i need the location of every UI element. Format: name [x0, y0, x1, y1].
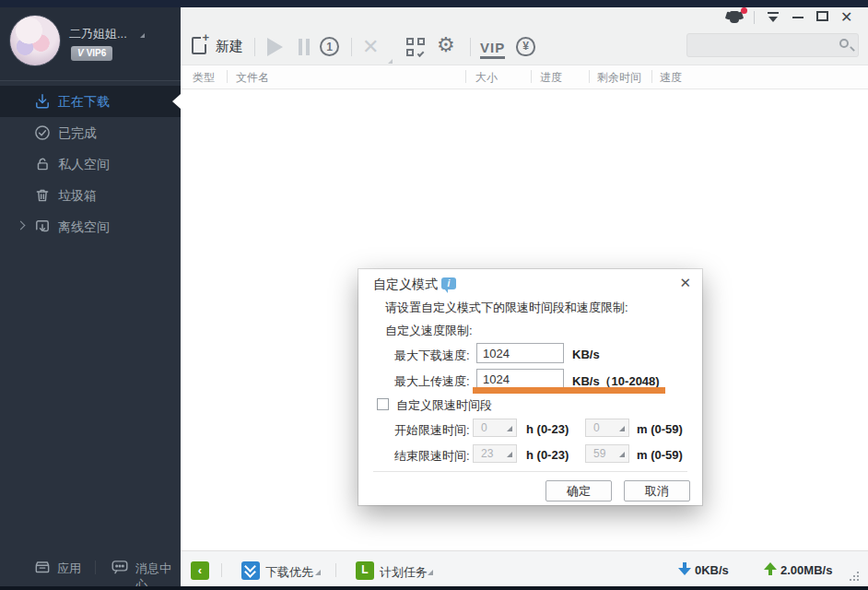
window-top-edge — [0, 0, 868, 7]
minute-range-label: m (0-59) — [637, 422, 683, 436]
sidebar-item-private-space[interactable]: 私人空间 — [0, 148, 181, 180]
skin-theme-icon[interactable] — [726, 11, 743, 24]
scheduled-task-icon[interactable]: L — [356, 561, 374, 580]
sidebar-item-downloading[interactable]: 正在下载 — [0, 86, 181, 117]
start-minute-select[interactable]: 0 — [585, 419, 629, 437]
sidebar-item-completed[interactable]: 已完成 — [0, 117, 181, 148]
delete-dropdown-icon[interactable] — [388, 59, 393, 64]
minimize-to-tray-icon[interactable] — [767, 11, 780, 24]
max-upload-input[interactable] — [476, 369, 564, 389]
sidebar-item-label: 离线空间 — [58, 211, 110, 242]
qr-code-icon[interactable] — [406, 38, 425, 56]
expand-chevron-icon[interactable] — [17, 221, 26, 230]
sidebar-item-trash[interactable]: 垃圾箱 — [0, 180, 181, 211]
message-center-icon — [111, 559, 129, 575]
divider — [373, 471, 687, 472]
sidebar-item-label: 垃圾箱 — [58, 180, 97, 211]
dropdown-icon[interactable] — [315, 570, 321, 575]
dialog-title: 自定义模式 — [373, 277, 438, 293]
column-progress[interactable]: 进度 — [540, 70, 562, 86]
end-hour-select[interactable]: 23 — [473, 444, 517, 463]
column-size[interactable]: 大小 — [475, 70, 498, 86]
divider[interactable] — [227, 70, 228, 83]
cloud-download-icon — [34, 218, 51, 235]
info-icon[interactable]: i — [441, 277, 456, 289]
search-input[interactable] — [693, 36, 836, 54]
column-filename[interactable]: 文件名 — [236, 70, 269, 86]
download-priority-label[interactable]: 下载优先 — [265, 564, 313, 581]
new-task-label: 新建 — [216, 38, 243, 55]
maximize-button[interactable] — [816, 11, 828, 21]
minimize-button[interactable] — [792, 17, 803, 18]
window-bottom-edge — [0, 586, 868, 590]
delete-icon[interactable]: ✕ — [362, 35, 379, 59]
sidebar-item-label: 正在下载 — [58, 86, 110, 117]
vip-level: VIP6 — [87, 48, 107, 58]
cancel-button[interactable]: 取消 — [624, 480, 690, 502]
divider — [221, 563, 222, 577]
custom-time-checkbox[interactable] — [377, 398, 389, 410]
scheduled-task-label[interactable]: 计划任务 — [380, 564, 428, 581]
check-circle-icon — [34, 124, 51, 141]
end-minute-select[interactable]: 59 — [585, 444, 629, 463]
apps-label[interactable]: 应用 — [57, 560, 81, 577]
statusbar: ‹ 下载优先 L 计划任务 0KB/s 2.00MB/s — [181, 550, 868, 586]
divider[interactable] — [651, 70, 652, 83]
column-remaining[interactable]: 剩余时间 — [597, 70, 641, 86]
download-speed-icon — [678, 562, 691, 576]
divider — [335, 563, 336, 577]
close-button[interactable]: ✕ — [840, 7, 852, 28]
vip-v-logo: V — [77, 48, 84, 58]
column-type[interactable]: 类型 — [193, 70, 215, 86]
highlight-underline — [473, 387, 665, 394]
dropdown-icon — [619, 452, 625, 457]
lock-icon — [34, 156, 51, 172]
divider[interactable] — [531, 70, 532, 83]
vip-link[interactable]: VIP — [480, 40, 505, 59]
sidebar-bottom-bar: 应用 消息中心 — [0, 549, 181, 586]
titlebar-controls: ✕ — [719, 7, 868, 30]
download-priority-icon[interactable] — [241, 561, 260, 580]
active-caret — [172, 94, 181, 109]
circle-1-icon[interactable]: 1 — [320, 37, 339, 56]
divider — [254, 38, 255, 56]
upload-speed-icon — [764, 562, 777, 576]
ok-button[interactable]: 确定 — [545, 480, 612, 502]
new-file-icon — [192, 37, 206, 54]
user-name[interactable]: 二乃姐姐... — [69, 26, 127, 42]
divider[interactable] — [589, 70, 590, 83]
dropdown-icon — [507, 452, 512, 457]
dropdown-icon — [507, 426, 512, 431]
resize-grip[interactable] — [850, 572, 859, 581]
dialog-description: 请设置自定义模式下的限速时间段和速度限制: — [385, 300, 628, 316]
start-icon[interactable] — [267, 38, 283, 56]
dropdown-icon[interactable] — [428, 570, 433, 575]
user-dropdown-icon[interactable] — [140, 33, 145, 38]
avatar[interactable] — [9, 15, 61, 66]
divider[interactable] — [465, 70, 466, 83]
sidebar-item-label: 私人空间 — [58, 148, 110, 180]
dialog-close-icon[interactable]: ✕ — [679, 275, 691, 291]
collapse-panel-button[interactable]: ‹ — [191, 561, 209, 580]
apps-icon — [33, 559, 52, 575]
divider — [351, 38, 352, 56]
speed-limit-section-label: 自定义速度限制: — [385, 323, 473, 339]
upload-speed-value: 2.00MB/s — [780, 563, 832, 577]
vip-badge[interactable]: VVIP6 — [71, 46, 112, 61]
download-icon — [34, 93, 51, 110]
dropdown-icon — [619, 426, 625, 431]
settings-gear-icon[interactable]: ⚙ — [437, 33, 455, 57]
app-window: 二乃姐姐... VVIP6 正在下载 已完成 — [0, 0, 868, 590]
column-speed[interactable]: 速度 — [660, 70, 682, 86]
wallet-icon[interactable]: ¥ — [516, 37, 535, 56]
start-hour-select[interactable]: 0 — [473, 419, 517, 437]
search-icon[interactable] — [839, 39, 849, 48]
sidebar-nav: 正在下载 已完成 私人空间 垃圾箱 — [0, 86, 181, 242]
divider — [754, 11, 755, 24]
divider — [95, 560, 96, 574]
pause-icon[interactable] — [299, 39, 310, 55]
sidebar-item-offline-space[interactable]: 离线空间 — [0, 211, 181, 242]
sidebar-item-label: 已完成 — [58, 117, 97, 148]
max-download-input[interactable] — [476, 343, 564, 363]
custom-mode-dialog: 自定义模式 i ✕ 请设置自定义模式下的限速时间段和速度限制: 自定义速度限制:… — [358, 269, 702, 505]
